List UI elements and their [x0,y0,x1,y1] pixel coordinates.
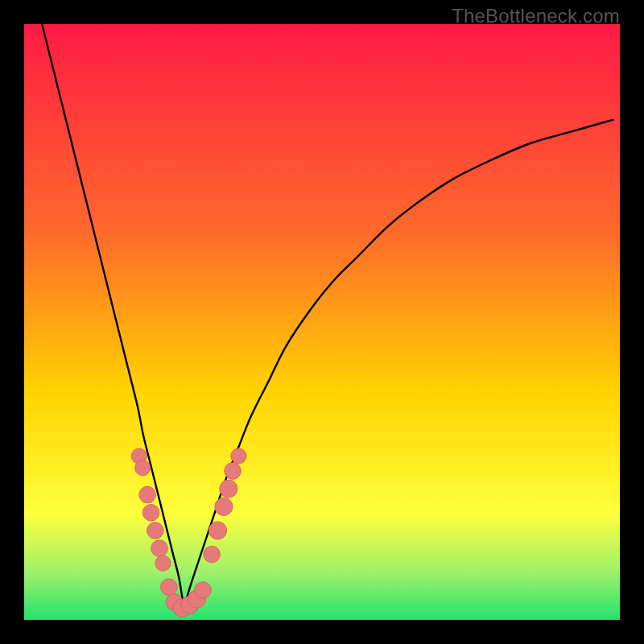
data-marker [160,579,177,596]
data-marker [142,504,159,521]
data-marker [215,497,233,515]
data-marker [220,480,237,497]
data-marker [225,463,242,480]
data-marker [139,486,156,503]
chart-svg [24,24,620,620]
data-marker [204,546,221,563]
data-marker [151,540,168,557]
data-marker [135,460,151,476]
plot-area [24,24,620,620]
data-marker [155,555,171,571]
data-marker [195,582,212,599]
watermark-text: TheBottleneck.com [452,5,620,27]
data-marker [231,448,246,464]
gradient-background [24,24,620,620]
outer-frame: TheBottleneck.com [0,0,644,644]
data-marker [208,522,226,539]
data-marker [147,522,163,539]
